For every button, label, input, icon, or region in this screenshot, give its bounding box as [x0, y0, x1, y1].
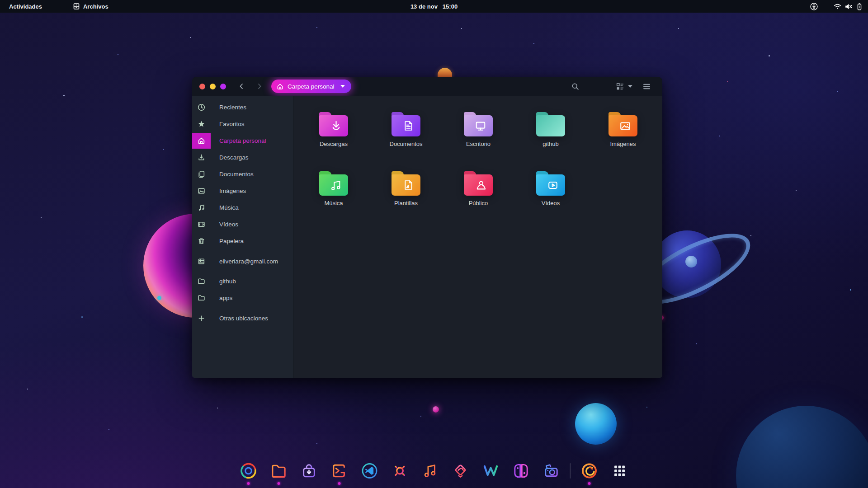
sidebar-item-videos[interactable]: Vídeos — [192, 216, 293, 233]
forward-button[interactable] — [254, 81, 265, 92]
sidebar-item-bookmark-apps[interactable]: apps — [192, 290, 293, 306]
download-glyph — [330, 120, 342, 132]
view-toggle-button[interactable] — [616, 83, 632, 90]
vscode-icon — [361, 462, 379, 480]
minimize-button[interactable] — [210, 84, 216, 89]
dock-diamond-app[interactable] — [451, 461, 471, 481]
sidebar-item-recent[interactable]: Recientes — [192, 99, 293, 116]
volume-muted-icon — [843, 1, 854, 12]
dock-wps-office[interactable] — [481, 461, 501, 481]
folder-label: Imágenes — [610, 141, 636, 147]
clock-icon — [192, 99, 211, 115]
path-bar-button[interactable]: Carpeta personal — [271, 80, 351, 93]
sidebar-item-starred[interactable]: Favoritos — [192, 116, 293, 132]
current-location-label: Carpeta personal — [288, 83, 335, 90]
folder-documentos[interactable]: Documentos — [370, 108, 442, 167]
maximize-button[interactable] — [220, 84, 226, 89]
sidebar-item-label: Favoritos — [219, 121, 245, 127]
app-grid-icon — [612, 463, 628, 479]
download-icon — [192, 150, 211, 165]
sidebar-item-downloads[interactable]: Descargas — [192, 149, 293, 166]
folder-escritorio[interactable]: Escritorio — [442, 108, 514, 167]
activities-button[interactable]: Actividades — [6, 3, 45, 10]
sidebar-item-label: Otras ubicaciones — [219, 315, 268, 322]
search-button[interactable] — [568, 80, 582, 93]
folder-publico[interactable]: Público — [442, 167, 514, 226]
image-icon — [192, 183, 211, 199]
sidebar-item-account[interactable]: eliverlara@gmail.com — [192, 253, 293, 270]
sidebar-item-label: Papelera — [219, 238, 244, 244]
sidebar: Recientes Favoritos — [192, 96, 294, 378]
dock-package-installer[interactable] — [299, 461, 319, 481]
clock-button[interactable]: 13 de nov 15:00 — [410, 3, 458, 10]
music-note-icon — [192, 200, 211, 216]
music-note-icon — [421, 462, 439, 480]
wifi-icon — [832, 1, 843, 12]
folder-plantillas[interactable]: Plantillas — [370, 167, 442, 226]
sidebar-item-home[interactable]: Carpeta personal — [192, 132, 293, 149]
titlebar[interactable]: Carpeta personal — [192, 77, 662, 96]
folder-github[interactable]: github — [514, 108, 587, 167]
small-cyan-star — [157, 296, 161, 300]
firefox-icon — [580, 462, 599, 480]
focused-app-menu[interactable]: Archivos — [73, 3, 108, 10]
clock-time: 15:00 — [443, 3, 458, 10]
clock-date: 13 de nov — [410, 3, 438, 10]
camera-icon — [542, 462, 561, 480]
folder-label: Público — [469, 200, 488, 206]
dock-app-grid[interactable] — [610, 461, 630, 481]
star-icon — [192, 116, 211, 132]
folder-label: Vídeos — [542, 200, 560, 206]
path-dropdown-caret — [340, 85, 345, 88]
dock-chromium[interactable] — [239, 461, 259, 481]
dock-terminal[interactable] — [330, 461, 349, 481]
sidebar-item-bookmark-github[interactable]: github — [192, 273, 293, 290]
dock-files[interactable] — [269, 461, 289, 481]
folder-musica[interactable]: Música — [297, 167, 370, 226]
sidebar-item-other-locations[interactable]: Otras ubicaciones — [192, 310, 293, 327]
document-glyph — [403, 120, 414, 131]
trash-icon — [192, 233, 211, 249]
folder-videos[interactable]: Vídeos — [514, 167, 587, 226]
system-status-area[interactable] — [808, 1, 864, 12]
sidebar-item-pictures[interactable]: Imágenes — [192, 183, 293, 199]
dock-settings[interactable] — [390, 461, 410, 481]
sidebar-item-documents[interactable]: Documentos — [192, 166, 293, 183]
diamond-app-icon — [452, 462, 470, 480]
folder-label: Descargas — [320, 141, 348, 147]
running-indicator — [338, 482, 341, 485]
accessibility-icon[interactable] — [808, 1, 819, 12]
sidebar-item-music[interactable]: Música — [192, 199, 293, 216]
files-app-icon — [73, 3, 80, 10]
running-indicator — [588, 482, 591, 485]
desktop: Actividades Archivos 13 de nov 15:00 — [0, 0, 868, 488]
hamburger-menu-button[interactable] — [640, 80, 653, 93]
sidebar-item-label: Vídeos — [219, 221, 238, 228]
file-view[interactable]: Descargas Documentos — [294, 96, 662, 378]
sidebar-item-label: eliverlara@gmail.com — [219, 258, 278, 265]
dock-separator — [570, 463, 571, 479]
template-glyph — [403, 179, 414, 191]
folder-icon — [192, 273, 211, 289]
sidebar-item-label: Recientes — [219, 104, 246, 111]
sidebar-item-label: Descargas — [219, 154, 249, 161]
sidebar-item-trash[interactable]: Papelera — [192, 233, 293, 249]
back-button[interactable] — [236, 81, 247, 92]
dock-switch-emulator[interactable] — [511, 461, 531, 481]
saturn-moon — [685, 256, 697, 267]
dock-music-player[interactable] — [420, 461, 440, 481]
sidebar-item-label: Imágenes — [219, 188, 246, 194]
wps-w-icon — [482, 462, 500, 480]
folder-label: Música — [324, 200, 343, 206]
folder-label: Documentos — [390, 141, 423, 147]
view-options-caret[interactable] — [628, 85, 632, 88]
dock-firefox[interactable] — [580, 461, 599, 481]
terminal-icon — [330, 462, 349, 480]
battery-charging-icon — [854, 1, 864, 12]
folder-imagenes[interactable]: Imágenes — [587, 108, 659, 167]
window-controls — [199, 84, 226, 89]
close-button[interactable] — [199, 84, 205, 89]
dock-vscode[interactable] — [360, 461, 380, 481]
dock-camera[interactable] — [542, 461, 561, 481]
folder-descargas[interactable]: Descargas — [297, 108, 370, 167]
